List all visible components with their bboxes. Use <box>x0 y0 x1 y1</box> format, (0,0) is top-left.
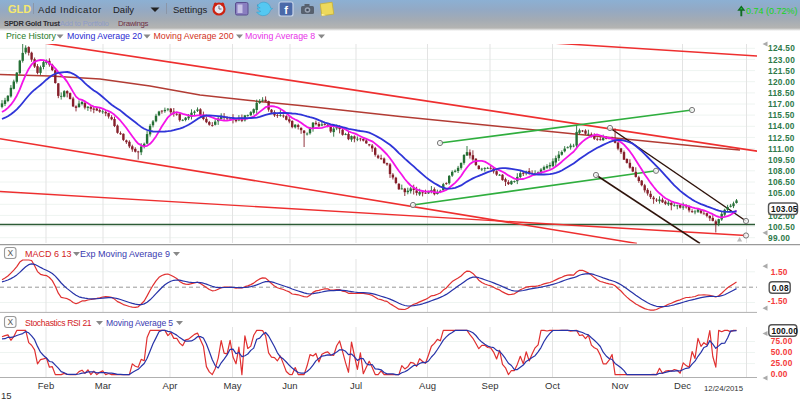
svg-text:25.00: 25.00 <box>771 358 793 368</box>
svg-text:0.74 (0.72%): 0.74 (0.72%) <box>746 6 798 16</box>
svg-text:X: X <box>7 248 13 258</box>
svg-text:121.50: 121.50 <box>768 66 795 76</box>
svg-text:15: 15 <box>1 390 12 400</box>
svg-text:Daily: Daily <box>113 4 134 15</box>
svg-text:Sep: Sep <box>482 380 499 391</box>
svg-text:111.00: 111.00 <box>768 144 794 154</box>
svg-text:Settings: Settings <box>173 4 208 15</box>
svg-text:112.50: 112.50 <box>768 133 795 143</box>
svg-text:1.50: 1.50 <box>771 267 788 277</box>
svg-text:0.08: 0.08 <box>772 283 789 293</box>
svg-text:MACD 6 13: MACD 6 13 <box>25 249 72 259</box>
svg-text:118.50: 118.50 <box>768 88 795 98</box>
svg-text:Moving Average 8: Moving Average 8 <box>245 31 315 41</box>
svg-text:Drawings: Drawings <box>118 19 148 28</box>
svg-text:X: X <box>7 317 13 327</box>
svg-text:SPDR Gold Trust: SPDR Gold Trust <box>4 19 61 28</box>
svg-text:Aug: Aug <box>419 380 436 391</box>
svg-text:117.00: 117.00 <box>768 99 795 109</box>
svg-text:Moving Average 20: Moving Average 20 <box>67 31 142 41</box>
svg-text:105.00: 105.00 <box>768 188 795 198</box>
svg-text:Apr: Apr <box>163 380 178 391</box>
svg-text:108.00: 108.00 <box>768 166 795 176</box>
svg-text:Dec: Dec <box>674 380 691 391</box>
svg-text:123.00: 123.00 <box>768 55 795 65</box>
svg-text:Feb: Feb <box>38 380 54 391</box>
svg-text:12/24/2015: 12/24/2015 <box>704 384 744 393</box>
svg-text:Price History: Price History <box>6 31 56 41</box>
svg-text:May: May <box>224 380 242 391</box>
svg-text:124.50: 124.50 <box>768 43 795 53</box>
svg-text:-1.50: -1.50 <box>768 296 788 306</box>
svg-text:103.05: 103.05 <box>771 204 798 214</box>
svg-text:109.50: 109.50 <box>768 155 795 165</box>
svg-text:120.00: 120.00 <box>768 77 795 87</box>
svg-text:Stochastics RSI 21: Stochastics RSI 21 <box>25 318 92 328</box>
svg-text:f: f <box>284 4 288 16</box>
svg-text:75.00: 75.00 <box>771 336 793 346</box>
svg-text:Jul: Jul <box>350 380 362 391</box>
svg-text:Moving Average 200: Moving Average 200 <box>154 31 234 41</box>
svg-text:99.00: 99.00 <box>768 233 790 243</box>
svg-text:114.00: 114.00 <box>768 121 795 131</box>
svg-text:Add to Portfolio: Add to Portfolio <box>60 19 109 28</box>
svg-text:50.00: 50.00 <box>771 347 793 357</box>
svg-text:100.50: 100.50 <box>768 222 795 232</box>
svg-text:115.50: 115.50 <box>768 110 795 120</box>
svg-text:Add Indicator: Add Indicator <box>38 4 102 15</box>
svg-text:Jun: Jun <box>282 380 297 391</box>
svg-text:Moving Average 5: Moving Average 5 <box>106 318 173 328</box>
svg-text:106.50: 106.50 <box>768 177 795 187</box>
svg-text:0.00: 0.00 <box>771 369 788 379</box>
svg-text:Nov: Nov <box>612 380 629 391</box>
svg-text:GLD: GLD <box>8 3 31 15</box>
svg-text:Oct: Oct <box>545 380 560 391</box>
svg-text:Mar: Mar <box>95 380 111 391</box>
svg-text:100.00: 100.00 <box>771 326 798 336</box>
svg-text:Exp Moving Average 9: Exp Moving Average 9 <box>80 249 170 259</box>
